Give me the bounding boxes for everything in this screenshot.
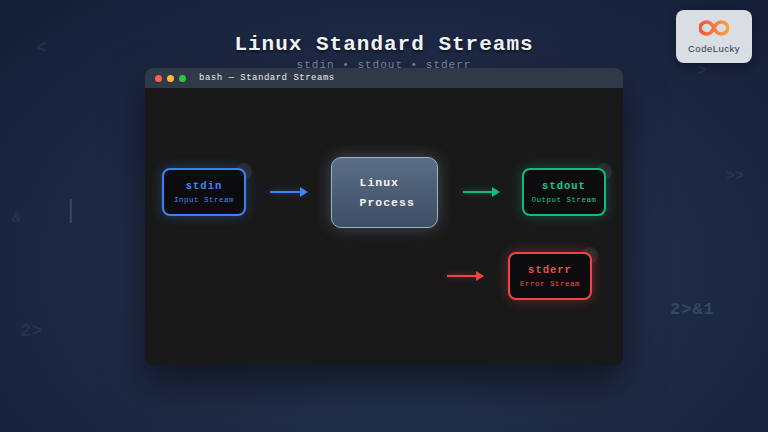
- arrow-shaft: [447, 275, 477, 277]
- arrow-head-icon: [476, 271, 484, 281]
- stdin-fd-badge: [235, 163, 252, 180]
- bg-glyph-ampersand: &: [12, 210, 21, 227]
- close-window-icon[interactable]: [155, 75, 162, 82]
- stdin-sublabel: Input Stream: [174, 196, 234, 204]
- stderr-label: stderr: [528, 264, 572, 276]
- terminal-titlebar[interactable]: bash — Standard Streams: [145, 68, 623, 88]
- terminal-window: bash — Standard Streams stdin Input Stre…: [145, 68, 623, 365]
- terminal-title: bash — Standard Streams: [199, 73, 335, 83]
- arrow-head-icon: [300, 187, 308, 197]
- stdout-sublabel: Output Stream: [531, 196, 596, 204]
- stdin-label: stdin: [186, 180, 223, 192]
- bg-glyph-merge-redirect: 2>&1: [670, 300, 715, 319]
- brand-name: CodeLucky: [688, 43, 740, 54]
- bg-glyph-append-redirect: >>: [726, 168, 744, 185]
- traffic-lights: [155, 75, 186, 82]
- stderr-box: stderr Error Stream: [508, 252, 592, 300]
- stderr-sublabel: Error Stream: [520, 280, 580, 288]
- process-label-line1: Linux: [360, 173, 410, 193]
- arrow-shaft: [270, 191, 301, 193]
- bg-glyph-stderr-redirect: 2>: [20, 320, 43, 342]
- terminal-body: stdin Input Stream Linux Process stdout …: [145, 88, 623, 365]
- process-label-line2: Process: [360, 193, 410, 213]
- arrow-shaft: [463, 191, 493, 193]
- linux-process-box: Linux Process: [331, 157, 438, 228]
- stdout-label: stdout: [542, 180, 586, 192]
- stdout-box: stdout Output Stream: [522, 168, 606, 216]
- process-to-stderr-arrow: [447, 275, 477, 277]
- minimize-window-icon[interactable]: [167, 75, 174, 82]
- stdout-fd-badge: [595, 163, 612, 180]
- infinity-logo-icon: [699, 20, 729, 41]
- stdin-to-process-arrow: [270, 191, 301, 193]
- process-to-stdout-arrow: [463, 191, 493, 193]
- zoom-window-icon[interactable]: [179, 75, 186, 82]
- arrow-head-icon: [492, 187, 500, 197]
- stderr-fd-badge: [581, 247, 598, 264]
- bg-glyph-pipe: |: [63, 196, 79, 226]
- page-title: Linux Standard Streams: [0, 33, 768, 56]
- brand-card: CodeLucky: [676, 10, 752, 63]
- stdin-box: stdin Input Stream: [162, 168, 246, 216]
